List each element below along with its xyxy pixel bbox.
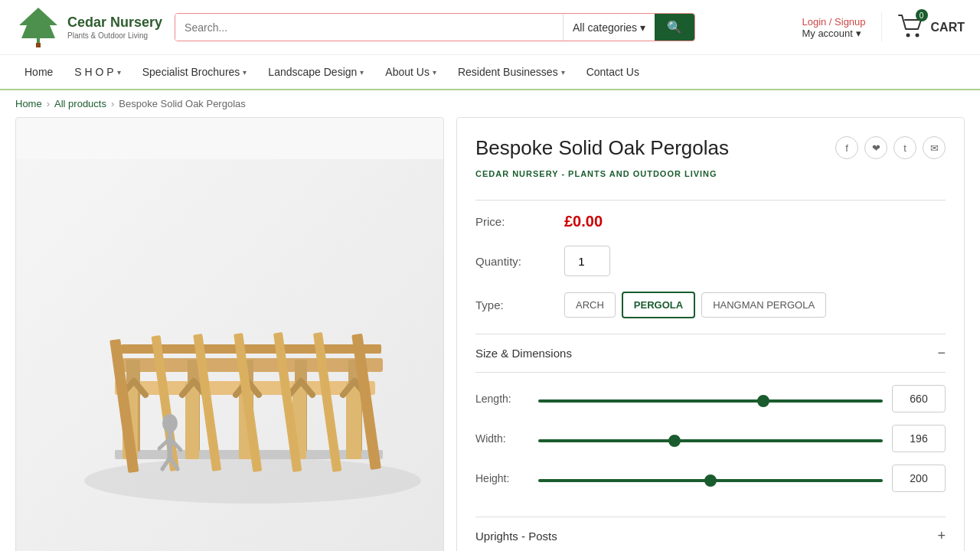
logo-icon xyxy=(15,6,61,48)
quantity-input[interactable] xyxy=(564,246,610,276)
nav-item-home[interactable]: Home xyxy=(15,55,62,89)
svg-rect-1 xyxy=(36,43,41,47)
cart-area[interactable]: 0 CART xyxy=(881,12,965,42)
breadcrumb-separator: › xyxy=(111,98,114,109)
header-right: Login / Signup My account ▾ 0 CART xyxy=(802,12,965,42)
cart-badge: 0 xyxy=(916,9,928,21)
nav-item-landscape[interactable]: Landscape Design ▾ xyxy=(259,55,373,89)
email-icon[interactable]: ✉ xyxy=(923,136,946,159)
dimensions-accordion: Size & Dimensions − Length: Width: xyxy=(475,334,946,517)
quantity-row: Quantity: xyxy=(475,246,946,276)
nav-item-contact[interactable]: Contact Us xyxy=(577,55,648,89)
type-option-arch[interactable]: ARCH xyxy=(564,292,616,318)
svg-point-3 xyxy=(915,34,919,37)
pinterest-icon[interactable]: ❤ xyxy=(864,136,887,159)
logo-subtext: Plants & Outdoor Living xyxy=(67,31,162,40)
height-slider[interactable] xyxy=(538,479,883,482)
price-row: Price: £0.00 xyxy=(475,213,946,230)
nav-item-resident[interactable]: Resident Businesses ▾ xyxy=(449,55,574,89)
breadcrumb-separator: › xyxy=(47,98,50,109)
svg-rect-15 xyxy=(185,383,199,459)
chevron-down-icon: ▾ xyxy=(433,68,436,77)
product-title: Bespoke Solid Oak Pergolas xyxy=(475,136,729,160)
type-row: Type: ARCH PERGOLA HANGMAN PERGOLA xyxy=(475,292,946,318)
type-option-pergola[interactable]: PERGOLA xyxy=(622,292,695,318)
length-label: Length: xyxy=(475,393,529,405)
cart-icon-wrap: 0 xyxy=(897,12,925,42)
product-brand: CEDAR NURSERY - PLANTS AND OUTDOOR LIVIN… xyxy=(475,169,729,178)
type-label: Type: xyxy=(475,298,552,311)
uprights-accordion-header[interactable]: Uprights - Posts + xyxy=(475,517,946,551)
height-row: Height: xyxy=(475,465,946,492)
nav-item-about[interactable]: About Us ▾ xyxy=(376,55,446,89)
cart-label: CART xyxy=(931,21,965,34)
logo-name: Cedar Nursery xyxy=(67,15,162,31)
search-icon: 🔍 xyxy=(667,21,682,34)
height-value[interactable] xyxy=(892,465,946,492)
svg-point-2 xyxy=(906,34,910,37)
category-dropdown[interactable]: All categories ▾ xyxy=(563,14,655,41)
svg-rect-18 xyxy=(346,383,361,459)
price-label: Price: xyxy=(475,215,552,228)
quantity-label: Quantity: xyxy=(475,255,552,268)
my-account-link[interactable]: My account ▾ xyxy=(802,28,865,39)
account-chevron-icon: ▾ xyxy=(856,28,861,39)
type-options: ARCH PERGOLA HANGMAN PERGOLA xyxy=(564,292,826,318)
breadcrumb-all-products[interactable]: All products xyxy=(54,98,106,109)
chevron-down-icon: ▾ xyxy=(360,68,364,77)
pergola-illustration xyxy=(38,213,421,519)
nav-item-shop[interactable]: S H O P ▾ xyxy=(65,55,129,89)
chevron-down-icon: ▾ xyxy=(243,68,247,77)
logo: Cedar Nursery Plants & Outdoor Living xyxy=(15,6,162,48)
svg-marker-0 xyxy=(19,8,57,46)
width-value[interactable] xyxy=(892,425,946,452)
divider xyxy=(475,200,946,201)
length-slider[interactable] xyxy=(538,399,883,403)
svg-point-36 xyxy=(162,414,178,432)
category-label: All categories xyxy=(573,21,637,34)
search-button[interactable]: 🔍 xyxy=(655,14,694,41)
product-image xyxy=(16,159,443,552)
product-detail: Bespoke Solid Oak Pergolas CEDAR NURSERY… xyxy=(456,117,965,551)
price-value: £0.00 xyxy=(564,213,603,230)
width-label: Width: xyxy=(475,432,529,445)
twitter-icon[interactable]: t xyxy=(893,136,916,159)
breadcrumb: Home › All products › Bespoke Solid Oak … xyxy=(0,90,980,117)
nav-item-brochures[interactable]: Specialist Brochures ▾ xyxy=(133,55,256,89)
chevron-down-icon: ▾ xyxy=(561,68,565,77)
main-content: Bespoke Solid Oak Pergolas CEDAR NURSERY… xyxy=(0,117,980,551)
dimensions-accordion-header[interactable]: Size & Dimensions − xyxy=(475,334,946,373)
social-icons: f ❤ t ✉ xyxy=(835,136,946,159)
account-area[interactable]: Login / Signup My account ▾ xyxy=(802,16,865,39)
length-row: Length: xyxy=(475,385,946,412)
header: Cedar Nursery Plants & Outdoor Living Al… xyxy=(0,0,980,55)
uprights-title: Uprights - Posts xyxy=(475,530,557,543)
type-option-hangman[interactable]: HANGMAN PERGOLA xyxy=(701,292,826,318)
dimensions-title: Size & Dimensions xyxy=(475,347,572,360)
title-row: Bespoke Solid Oak Pergolas CEDAR NURSERY… xyxy=(475,136,946,187)
height-slider-wrap xyxy=(538,472,883,484)
length-slider-wrap xyxy=(538,393,883,405)
product-image-card xyxy=(15,117,444,551)
search-bar: All categories ▾ 🔍 xyxy=(175,13,695,41)
chevron-down-icon: ▾ xyxy=(117,68,121,77)
length-value[interactable] xyxy=(892,385,946,412)
width-slider[interactable] xyxy=(538,439,883,442)
breadcrumb-home[interactable]: Home xyxy=(15,98,42,109)
dimensions-content: Length: Width: Height: xyxy=(475,373,946,517)
login-link[interactable]: Login / Signup xyxy=(802,16,865,28)
width-slider-wrap xyxy=(538,432,883,445)
height-label: Height: xyxy=(475,472,529,484)
width-row: Width: xyxy=(475,425,946,452)
breadcrumb-current: Bespoke Solid Oak Pergolas xyxy=(119,98,245,109)
expand-icon: + xyxy=(937,528,946,544)
category-chevron-icon: ▾ xyxy=(640,21,645,34)
facebook-icon[interactable]: f xyxy=(835,136,858,159)
collapse-icon: − xyxy=(937,345,946,361)
uprights-accordion: Uprights - Posts + xyxy=(475,517,946,551)
search-input[interactable] xyxy=(175,14,563,41)
nav: Home S H O P ▾ Specialist Brochures ▾ La… xyxy=(0,55,980,90)
